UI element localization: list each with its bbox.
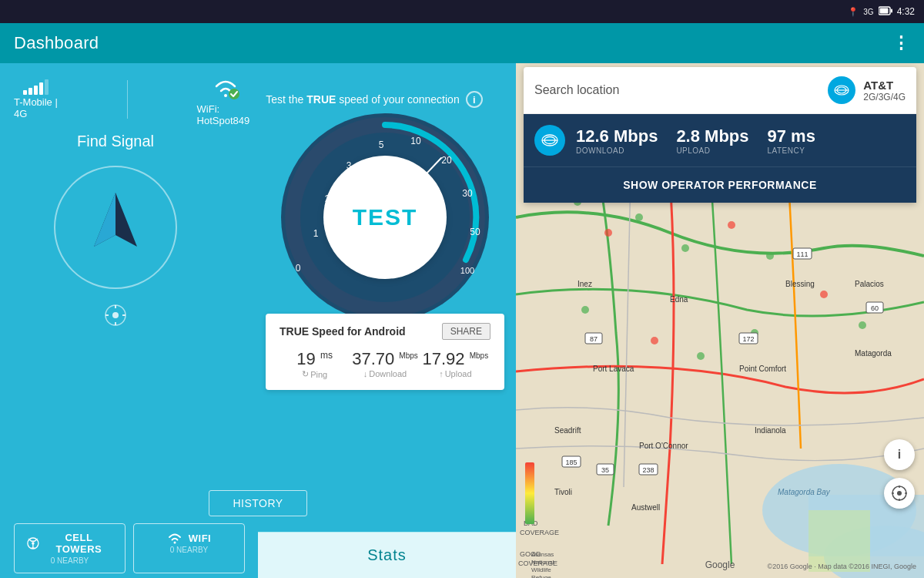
svg-text:National: National xyxy=(531,559,554,566)
cell-towers-nearby: 0 NEARBY xyxy=(51,556,89,565)
find-signal-section: Find Signal xyxy=(0,125,231,328)
wifi-signal-svg xyxy=(209,72,242,100)
wifi-btn-icon xyxy=(167,532,182,544)
cell-tower-icon xyxy=(27,536,39,550)
map-locate-button[interactable] xyxy=(884,478,915,509)
svg-text:Austwell: Austwell xyxy=(631,503,660,512)
svg-point-45 xyxy=(859,321,866,329)
att-logo xyxy=(828,76,855,104)
find-signal-title: Find Signal xyxy=(77,133,154,150)
svg-text:87: 87 xyxy=(590,335,598,343)
cellular-network-item: T-Mobile | 4G xyxy=(14,79,58,119)
download-label: ↓ Download xyxy=(363,369,407,378)
svg-text:Indianola: Indianola xyxy=(755,426,786,435)
cell-towers-label-row: CELL TOWERS xyxy=(27,532,112,555)
svg-text:100: 100 xyxy=(460,266,474,275)
bar2 xyxy=(28,88,32,95)
svg-text:60: 60 xyxy=(871,304,879,312)
svg-text:Edna: Edna xyxy=(670,295,688,304)
svg-point-38 xyxy=(728,221,735,229)
cellular-label: T-Mobile | 4G xyxy=(14,96,58,119)
share-button[interactable]: SHARE xyxy=(442,323,490,340)
svg-text:10: 10 xyxy=(410,136,421,146)
compass-arrow-svg xyxy=(77,185,154,270)
bar3 xyxy=(34,86,38,95)
menu-button[interactable]: ⋮ xyxy=(892,33,910,53)
test-button-label[interactable]: TEST xyxy=(353,204,418,230)
svg-text:Wildlife: Wildlife xyxy=(531,566,551,573)
speed-results-card: TRUE Speed for Android SHARE 19 ms ↻ Pin… xyxy=(266,314,504,390)
svg-text:Refuge: Refuge xyxy=(531,574,551,578)
antenna-svg xyxy=(104,304,127,327)
svg-text:238: 238 xyxy=(642,466,654,474)
svg-text:Matagorda: Matagorda xyxy=(855,349,892,358)
upload-speed-metric: 2.8 Mbps UPLOAD xyxy=(676,126,748,155)
stats-button[interactable]: Stats xyxy=(258,532,516,578)
svg-text:20: 20 xyxy=(441,155,452,166)
wifi-network-item: WiFi: HotSpot849 xyxy=(197,72,254,126)
left-panel: T-Mobile | 4G xyxy=(0,63,516,578)
map-info-button[interactable]: i xyxy=(884,439,915,470)
network-type-label: 3G xyxy=(863,8,873,16)
wifi-icon xyxy=(209,72,242,100)
show-performance-button[interactable]: SHOW OPERATOR PERFORMANCE xyxy=(524,166,916,203)
cell-wifi-bar: CELL TOWERS 0 NEARBY WIFI 0 NEARBY xyxy=(0,523,259,573)
svg-text:1: 1 xyxy=(313,228,319,239)
bar4 xyxy=(39,82,43,95)
search-location-input[interactable]: Search location xyxy=(534,83,828,97)
svg-text:50: 50 xyxy=(470,227,480,237)
gauge-center[interactable]: TEST xyxy=(323,156,447,279)
svg-point-96 xyxy=(897,491,902,496)
wifi-nearby: 0 NEARBY xyxy=(170,546,208,554)
download-value: 37.70 Mbps xyxy=(352,349,418,369)
map-legend xyxy=(525,462,564,524)
att-logo-dark-svg xyxy=(540,130,560,150)
svg-marker-5 xyxy=(94,193,116,247)
svg-rect-2 xyxy=(879,8,888,14)
gauge-container[interactable]: 0 1 2 3 5 10 20 30 50 xyxy=(273,106,497,329)
right-panel: Victoria Ganado Louise Bay City Inez Edn… xyxy=(516,63,924,578)
upload-speed-value: 2.8 Mbps xyxy=(676,126,748,146)
svg-text:Matagorda Bay: Matagorda Bay xyxy=(778,488,831,496)
history-button[interactable]: HISTORY xyxy=(209,490,306,516)
operator-info: AT&T 2G/3G/4G xyxy=(828,76,906,104)
svg-text:Port O'Connor: Port O'Connor xyxy=(639,442,688,450)
latency-metric: 97 ms LATENCY xyxy=(768,126,815,155)
operator-details: AT&T 2G/3G/4G xyxy=(863,79,906,102)
svg-text:Point Comfort: Point Comfort xyxy=(739,365,786,373)
upload-speed-label: UPLOAD xyxy=(676,146,748,155)
main-content: T-Mobile | 4G xyxy=(0,63,924,578)
ping-label: ↻ Ping xyxy=(302,369,327,379)
upload-label: ↑ Upload xyxy=(439,369,471,378)
svg-rect-1 xyxy=(891,9,892,13)
svg-point-44 xyxy=(820,291,828,298)
wifi-button[interactable]: WIFI 0 NEARBY xyxy=(133,523,245,573)
location-status-icon: 📍 xyxy=(848,7,859,17)
wifi-label-row: WIFI xyxy=(167,532,211,544)
svg-point-42 xyxy=(697,352,705,360)
results-header: TRUE Speed for Android SHARE xyxy=(280,323,490,340)
svg-text:Seadrift: Seadrift xyxy=(554,426,581,435)
latency-value: 97 ms xyxy=(768,126,815,146)
download-speed-metric: 12.6 Mbps DOWNLOAD xyxy=(576,126,658,155)
bottom-bar: HISTORY xyxy=(0,490,516,516)
compass-circle xyxy=(54,166,177,289)
antenna-icon xyxy=(103,303,128,328)
svg-point-39 xyxy=(766,252,774,260)
wifi-label: WiFi: HotSpot849 xyxy=(197,103,254,126)
svg-text:5: 5 xyxy=(379,139,384,150)
speedometer-area: 0 1 2 3 5 10 20 30 50 xyxy=(254,106,516,390)
speed-metrics: 12.6 Mbps DOWNLOAD 2.8 Mbps UPLOAD 97 ms… xyxy=(576,126,815,155)
svg-text:Port Lavaca: Port Lavaca xyxy=(593,365,634,373)
stats-button-area: Stats xyxy=(258,532,516,578)
ping-metric: 19 ms ↻ Ping xyxy=(280,349,350,379)
cell-towers-button[interactable]: CELL TOWERS 0 NEARBY xyxy=(14,523,126,573)
network-divider xyxy=(127,80,128,119)
ping-value: 19 ms xyxy=(296,349,333,369)
show-performance-text: SHOW OPERATOR PERFORMANCE xyxy=(623,179,817,191)
svg-point-41 xyxy=(651,337,658,344)
download-speed-value: 12.6 Mbps xyxy=(576,126,658,146)
bar1 xyxy=(23,90,27,95)
app-bar: Dashboard ⋮ xyxy=(0,23,924,63)
status-icons: 📍 3G 4:32 xyxy=(848,6,915,17)
